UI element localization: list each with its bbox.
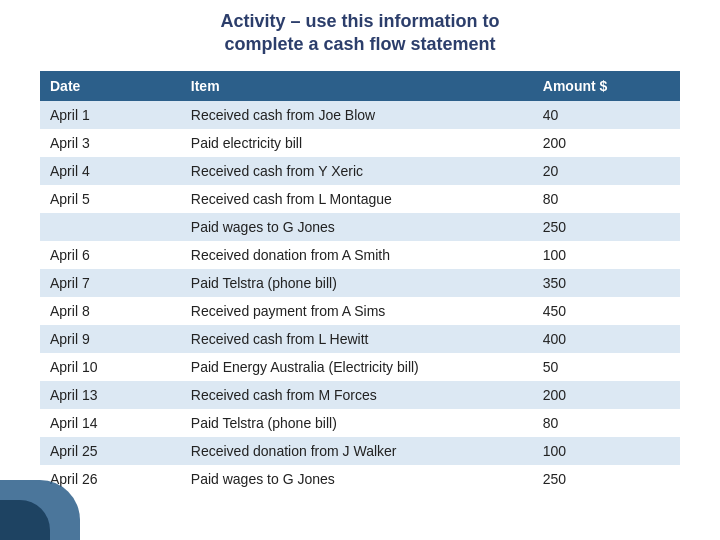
page-wrapper: Activity – use this information to compl… (0, 0, 720, 540)
cell-amount: 80 (533, 409, 680, 437)
cell-date: April 5 (40, 185, 181, 213)
table-row: April 6Received donation from A Smith100 (40, 241, 680, 269)
table-row: April 10Paid Energy Australia (Electrici… (40, 353, 680, 381)
cell-amount: 250 (533, 213, 680, 241)
cell-item: Paid wages to G Jones (181, 213, 533, 241)
cell-date: April 7 (40, 269, 181, 297)
table-row: April 1Received cash from Joe Blow40 (40, 101, 680, 129)
header-item: Item (181, 71, 533, 101)
cell-amount: 40 (533, 101, 680, 129)
cell-item: Paid Energy Australia (Electricity bill) (181, 353, 533, 381)
cell-date: April 14 (40, 409, 181, 437)
cell-amount: 200 (533, 129, 680, 157)
table-row: April 7Paid Telstra (phone bill)350 (40, 269, 680, 297)
cell-amount: 80 (533, 185, 680, 213)
table-row: April 14Paid Telstra (phone bill)80 (40, 409, 680, 437)
cell-date: April 1 (40, 101, 181, 129)
cell-item: Received cash from Y Xeric (181, 157, 533, 185)
cell-amount: 50 (533, 353, 680, 381)
cell-amount: 100 (533, 241, 680, 269)
table-row: April 9Received cash from L Hewitt400 (40, 325, 680, 353)
cell-date: April 6 (40, 241, 181, 269)
page-title: Activity – use this information to compl… (40, 10, 680, 57)
cell-date: April 25 (40, 437, 181, 465)
cell-amount: 450 (533, 297, 680, 325)
cell-item: Received cash from L Hewitt (181, 325, 533, 353)
header-amount: Amount $ (533, 71, 680, 101)
cell-date: April 10 (40, 353, 181, 381)
cell-item: Paid electricity bill (181, 129, 533, 157)
cell-item: Paid Telstra (phone bill) (181, 409, 533, 437)
cell-amount: 20 (533, 157, 680, 185)
cell-date: April 4 (40, 157, 181, 185)
cell-item: Paid Telstra (phone bill) (181, 269, 533, 297)
table-row: April 13Received cash from M Forces200 (40, 381, 680, 409)
cell-item: Received donation from A Smith (181, 241, 533, 269)
table-row: April 5Received cash from L Montague80 (40, 185, 680, 213)
header-date: Date (40, 71, 181, 101)
cell-date: April 3 (40, 129, 181, 157)
cell-item: Received payment from A Sims (181, 297, 533, 325)
activity-table: Date Item Amount $ April 1Received cash … (40, 71, 680, 493)
table-row: April 25Received donation from J Walker1… (40, 437, 680, 465)
table-row: April 3Paid electricity bill200 (40, 129, 680, 157)
table-row: Paid wages to G Jones250 (40, 213, 680, 241)
cell-amount: 250 (533, 465, 680, 493)
cell-date (40, 213, 181, 241)
cell-item: Received cash from Joe Blow (181, 101, 533, 129)
cell-date: April 8 (40, 297, 181, 325)
cell-amount: 350 (533, 269, 680, 297)
cell-date: April 13 (40, 381, 181, 409)
cell-item: Paid wages to G Jones (181, 465, 533, 493)
table-row: April 8Received payment from A Sims450 (40, 297, 680, 325)
cell-date: April 9 (40, 325, 181, 353)
cell-item: Received donation from J Walker (181, 437, 533, 465)
cell-item: Received cash from M Forces (181, 381, 533, 409)
table-row: April 4Received cash from Y Xeric20 (40, 157, 680, 185)
cell-amount: 100 (533, 437, 680, 465)
table-row: April 26Paid wages to G Jones250 (40, 465, 680, 493)
cell-amount: 400 (533, 325, 680, 353)
cell-item: Received cash from L Montague (181, 185, 533, 213)
cell-amount: 200 (533, 381, 680, 409)
